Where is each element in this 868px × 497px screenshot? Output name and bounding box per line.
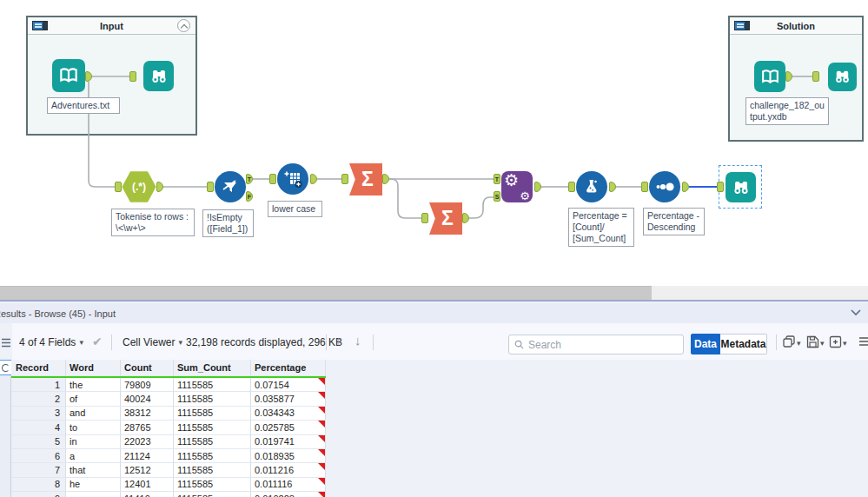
collapse-panel-chevron-icon[interactable] [851,309,861,316]
table-cell[interactable]: 1115585 [174,407,251,421]
input-data-tool-solution[interactable] [754,61,785,92]
column-header[interactable]: Percentage [251,360,326,376]
column-header[interactable]: Count [121,360,174,376]
table-cell[interactable]: 0.035877 [251,392,326,406]
wire-summarize1-to-summarize2[interactable] [389,179,421,218]
table-cell[interactable]: 12512 [121,463,174,477]
table-row[interactable]: 5in2202311155850.019741 [11,435,326,449]
input-anchor[interactable] [207,182,214,192]
table-row[interactable]: 8he1240111155850.011116 [11,478,326,492]
table-cell[interactable]: 0.018935 [251,449,326,463]
row-number-cell[interactable]: 8 [11,478,66,492]
input-anchor[interactable] [641,182,648,192]
tool-annotation[interactable]: Percentage = [Count]/ [Sum_Count] [568,208,634,247]
tool-annotation[interactable]: !IsEmpty ([Field_1]) [202,209,254,237]
browse-tool-input[interactable] [143,61,174,91]
metadata-tab[interactable]: Metadata [720,334,767,355]
row-number-cell[interactable]: 2 [11,392,66,406]
table-cell[interactable]: 1115585 [174,435,251,449]
formula-tool[interactable] [576,171,607,202]
table-row[interactable]: 4to2876511155850.025785 [11,421,326,434]
table-cell[interactable]: was [66,492,121,497]
column-header[interactable]: Sum_Count [174,360,251,376]
table-cell[interactable]: 28765 [121,421,174,434]
table-cell[interactable]: 1115585 [174,463,251,477]
row-number-cell[interactable]: 7 [11,463,66,477]
table-row[interactable]: 2of4002411155850.035877 [11,392,326,406]
table-cell[interactable]: of [66,392,121,406]
table-cell[interactable]: 0.034343 [251,407,326,421]
table-cell[interactable]: 0.011116 [251,478,326,492]
table-cell[interactable]: 0.010228 [251,492,326,497]
multi-field-formula-tool[interactable] [277,163,308,195]
column-header[interactable]: Word [66,360,121,376]
table-cell[interactable]: the [66,378,121,392]
table-cell[interactable]: 0.011216 [251,463,326,477]
table-cell[interactable]: 0.07154 [251,378,326,392]
search-input[interactable]: Search [508,335,684,355]
row-number-cell[interactable]: 9 [11,492,66,497]
scroll-up-button[interactable]: ↑ [335,333,342,348]
table-cell[interactable]: 1115585 [174,478,251,492]
tool-annotation[interactable]: challenge_182_ou tput.yxdb [745,97,829,125]
tool-annotation[interactable]: Tokenise to rows : \<\w+\> [111,209,195,236]
table-cell[interactable]: a [66,449,121,463]
table-cell[interactable]: he [66,478,121,492]
regex-tool[interactable]: (.*) [122,170,156,203]
table-cell[interactable]: 1115585 [174,449,251,463]
input-anchor[interactable] [421,213,428,223]
table-view-toggle-icon[interactable] [1,337,11,348]
row-number-cell[interactable]: 3 [11,407,66,421]
source-input-anchor[interactable]: S [494,191,500,202]
caret-down-icon[interactable]: ▾ [843,339,847,348]
table-cell[interactable]: 21124 [121,449,174,463]
scroll-down-button[interactable]: ↓ [354,333,361,348]
table-cell[interactable]: 1115585 [174,492,251,497]
save-icon[interactable] [806,335,819,348]
input-anchor[interactable] [115,182,122,192]
table-cell[interactable]: 1115585 [174,392,251,406]
column-header[interactable]: Record [11,360,66,376]
caret-down-icon[interactable]: ▾ [797,339,801,348]
table-row[interactable]: 7that1251211155850.011216 [11,463,326,477]
append-fields-tool[interactable]: ⚙ ⚙ [501,171,533,202]
row-number-cell[interactable]: 6 [11,449,66,463]
table-cell[interactable]: to [66,421,121,434]
panel-splitter[interactable] [0,286,868,300]
wire-summarize2-to-append-s[interactable] [469,197,494,218]
browse-tool-solution[interactable] [828,63,857,91]
table-cell[interactable]: that [66,463,121,477]
table-cell[interactable]: 0.025785 [251,421,326,434]
row-number-cell[interactable]: 4 [11,421,66,434]
menu-icon[interactable] [858,335,868,348]
data-tab[interactable]: Data [691,334,720,355]
input-anchor[interactable] [269,174,276,184]
table-cell[interactable]: 1115585 [174,378,251,392]
table-cell[interactable]: 79809 [121,378,174,392]
input-anchor[interactable] [812,71,819,82]
filter-tool[interactable] [215,171,246,202]
copy-icon[interactable] [783,335,796,348]
table-cell[interactable]: 11410 [121,492,174,497]
input-anchor[interactable] [717,182,724,192]
new-window-icon[interactable] [829,335,842,348]
sort-tool[interactable] [649,171,680,202]
target-input-anchor[interactable]: T [494,174,500,184]
input-data-tool[interactable] [52,59,85,92]
table-row[interactable]: 9was1141011155850.010228 [11,492,326,497]
table-cell[interactable]: in [66,435,121,449]
table-row[interactable]: 1the7980911155850.07154 [11,378,326,392]
row-number-cell[interactable]: 5 [11,435,66,449]
results-panel-header[interactable]: Results - Browse (45) - Input [0,303,868,323]
table-cell[interactable]: and [66,407,121,421]
table-cell[interactable]: 38312 [121,407,174,421]
tool-annotation[interactable]: Adventures.txt [47,97,120,114]
splitter-handle[interactable] [0,286,652,300]
input-anchor[interactable] [129,71,136,82]
profile-view-toggle[interactable] [0,360,12,375]
table-row[interactable]: 6a2112411155850.018935 [11,449,326,463]
row-number-cell[interactable]: 1 [11,378,66,392]
table-cell[interactable]: 1115585 [174,421,251,434]
fields-selector-dropdown[interactable]: 4 of 4 Fields ▾ [19,336,83,348]
table-row[interactable]: 3and3831211155850.034343 [11,407,326,421]
